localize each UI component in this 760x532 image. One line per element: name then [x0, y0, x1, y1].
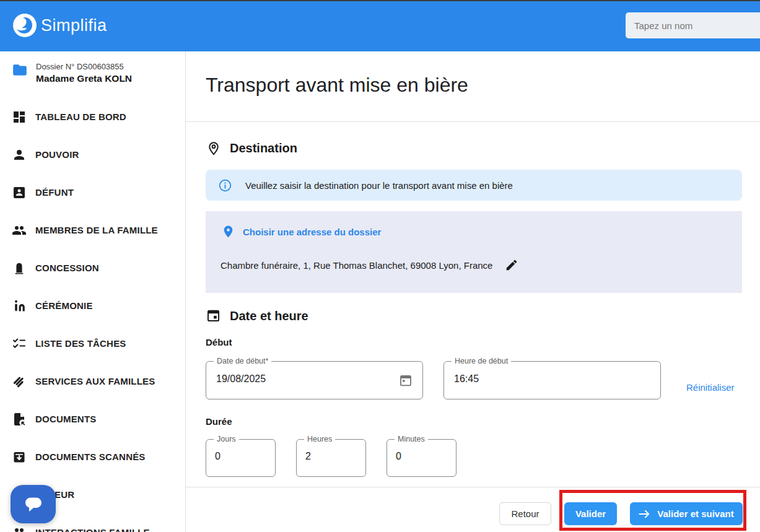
scanned-box-icon	[12, 450, 27, 464]
datetime-section-header: Date et heure	[206, 308, 308, 324]
app-name: Simplifia	[41, 0, 107, 51]
duration-minutes-label: Minutes	[395, 435, 428, 443]
tombstone-icon	[12, 261, 27, 276]
ceremony-icon	[12, 299, 27, 313]
start-time-field[interactable]: Heure de début 16:45	[443, 361, 661, 399]
start-label: Début	[206, 337, 232, 347]
address-row: Chambre funéraire, 1, Rue Thomas Blanche…	[221, 258, 518, 272]
person-icon	[12, 147, 27, 162]
sidebar-item-membres-famille[interactable]: MEMBRES DE LA FAMILLE	[0, 211, 185, 249]
sidebar-item-defunt[interactable]: DÉFUNT	[0, 173, 185, 211]
duration-hours-value: 2	[305, 451, 311, 462]
app-screen: Simplifia Dossier N° DS00603855 Madame G…	[0, 0, 760, 532]
sidebar-item-label: TABLEAU DE BORD	[35, 111, 126, 122]
sidebar-item-tableau-de-bord[interactable]: TABLEAU DE BORD	[0, 98, 185, 136]
sidebar-item-label: DOCUMENTS SCANNÉS	[35, 451, 146, 462]
destination-info-text: Veuillez saisir la destination pour le t…	[245, 180, 513, 191]
start-time-field-label: Heure de début	[452, 357, 511, 365]
sidebar-item-services-familles[interactable]: SERVICES AUX FAMILLES	[0, 362, 185, 400]
dossier-number: Dossier N° DS00603855	[36, 62, 132, 71]
duration-days-value: 0	[215, 451, 221, 462]
divider	[186, 121, 760, 122]
address-panel: Choisir une adresse du dossier Chambre f…	[206, 211, 742, 293]
arrow-right-icon	[639, 510, 650, 518]
checklist-icon	[12, 336, 27, 351]
dossier-name: Madame Greta KOLN	[36, 73, 132, 84]
dossier-header[interactable]: Dossier N° DS00603855 Madame Greta KOLN	[12, 62, 132, 84]
window-top-edge	[0, 0, 760, 1]
duration-hours-field[interactable]: Heures 2	[296, 439, 366, 477]
dashboard-icon	[12, 110, 27, 124]
sidebar-item-label: EUR	[55, 489, 74, 500]
start-date-field-label: Date de début*	[214, 357, 271, 365]
calendar-icon	[206, 308, 222, 324]
validate-next-button[interactable]: Valider et suivant	[630, 502, 743, 525]
destination-section-header: Destination	[206, 140, 297, 156]
sidebar-item-label: CONCESSION	[35, 263, 99, 273]
simplifia-logo-icon	[13, 14, 37, 37]
chat-bubble-icon	[21, 494, 46, 515]
document-icon	[12, 412, 27, 427]
duration-hours-label: Heures	[304, 435, 335, 443]
sidebar-item-concession[interactable]: CONCESSION	[0, 249, 185, 287]
page-title: Transport avant mise en bière	[206, 74, 468, 97]
start-date-value: 19/08/2025	[216, 373, 266, 385]
main-content: Transport avant mise en bière Destinatio…	[186, 51, 760, 532]
validate-next-label: Valider et suivant	[657, 508, 733, 519]
sidebar-item-label: LISTE DES TÂCHES	[35, 338, 126, 349]
people-icon	[12, 525, 27, 532]
search-input[interactable]	[626, 12, 760, 38]
sidebar-item-label: MEMBRES DE LA FAMILLE	[35, 225, 158, 235]
chat-widget-button[interactable]	[11, 485, 56, 523]
people-icon	[12, 223, 27, 238]
location-pin-filled-icon	[222, 224, 234, 239]
reset-link[interactable]: Réinitialiser	[686, 382, 735, 393]
sidebar-item-label: POUVOIR	[35, 149, 79, 160]
duration-label: Durée	[206, 416, 232, 427]
sidebar-item-ceremonie[interactable]: CÉRÉMONIE	[0, 287, 185, 325]
start-date-field[interactable]: Date de début* 19/08/2025	[206, 361, 423, 399]
app-header: Simplifia	[0, 0, 760, 51]
handshake-icon	[12, 374, 27, 389]
sidebar-item-pouvoir[interactable]: POUVOIR	[0, 136, 185, 173]
actions-bar: Retour Valider Valider et suivant	[186, 487, 760, 532]
sidebar: Dossier N° DS00603855 Madame Greta KOLN …	[0, 51, 186, 532]
duration-days-field[interactable]: Jours 0	[206, 439, 276, 477]
sidebar-nav: TABLEAU DE BORD POUVOIR DÉFUNT MEMBRES D…	[0, 98, 185, 532]
sidebar-item-documents-scannes[interactable]: DOCUMENTS SCANNÉS	[0, 438, 185, 476]
location-pin-outline-icon	[206, 140, 222, 156]
destination-info-banner: Veuillez saisir la destination pour le t…	[206, 170, 742, 201]
destination-section-title: Destination	[230, 141, 297, 155]
sidebar-item-label: DÉFUNT	[35, 187, 74, 198]
sidebar-item-liste-taches[interactable]: LISTE DES TÂCHES	[0, 325, 185, 362]
duration-days-label: Jours	[214, 435, 239, 443]
back-button[interactable]: Retour	[499, 502, 551, 525]
validate-button[interactable]: Valider	[564, 502, 617, 525]
sidebar-item-label: CÉRÉMONIE	[35, 300, 93, 311]
datetime-section-title: Date et heure	[230, 309, 308, 323]
choose-address-label: Choisir une adresse du dossier	[243, 227, 381, 237]
address-text: Chambre funéraire, 1, Rue Thomas Blanche…	[221, 260, 492, 271]
sidebar-item-label: INTERACTIONS FAMILLE	[35, 527, 150, 532]
duration-minutes-field[interactable]: Minutes 0	[387, 439, 456, 477]
info-icon	[218, 178, 232, 193]
sidebar-item-label: DOCUMENTS	[35, 414, 96, 424]
portrait-icon	[12, 185, 27, 200]
edit-pencil-icon[interactable]	[505, 258, 518, 272]
start-time-value: 16:45	[454, 373, 479, 385]
sidebar-item-documents[interactable]: DOCUMENTS	[0, 400, 185, 438]
folder-icon	[12, 62, 28, 84]
duration-minutes-value: 0	[396, 451, 401, 462]
choose-address-link[interactable]: Choisir une adresse du dossier	[222, 224, 381, 239]
calendar-picker-icon[interactable]	[398, 373, 413, 388]
sidebar-item-label: SERVICES AUX FAMILLES	[35, 376, 155, 386]
